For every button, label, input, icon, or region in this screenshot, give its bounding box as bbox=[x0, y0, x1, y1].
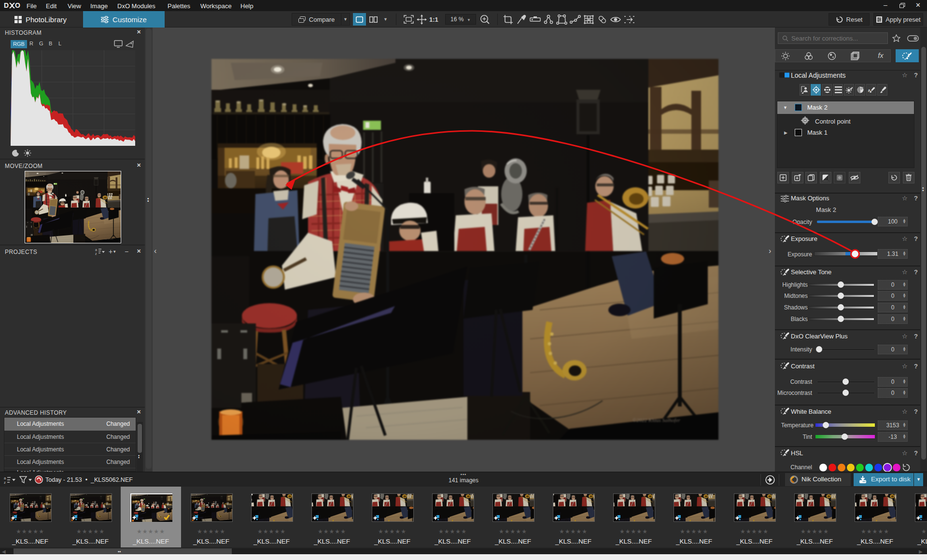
svg-text:D: D bbox=[4, 2, 9, 9]
svg-text:a: a bbox=[95, 248, 97, 252]
svg-text:O: O bbox=[15, 2, 20, 9]
svg-text:z: z bbox=[95, 252, 97, 255]
